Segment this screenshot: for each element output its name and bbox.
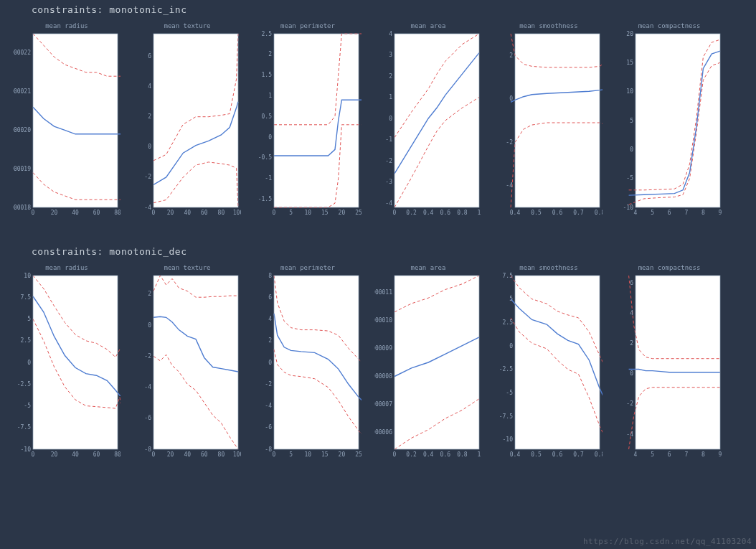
svg-text:2: 2 bbox=[268, 51, 272, 57]
svg-text:0.8: 0.8 bbox=[595, 451, 603, 458]
svg-text:-3: -3 bbox=[385, 179, 392, 185]
svg-text:0.000008: 0.000008 bbox=[374, 373, 392, 380]
svg-text:4: 4 bbox=[634, 210, 638, 216]
svg-text:5: 5 bbox=[651, 210, 654, 216]
svg-text:3: 3 bbox=[389, 52, 392, 58]
svg-text:9: 9 bbox=[719, 210, 722, 216]
svg-text:-2: -2 bbox=[144, 353, 151, 360]
svg-text:5: 5 bbox=[27, 316, 31, 322]
svg-text:15: 15 bbox=[321, 210, 329, 216]
svg-text:0: 0 bbox=[630, 146, 633, 153]
chart-svg: -10-7.5-5-2.502.557.50.40.50.60.70.8 bbox=[495, 273, 603, 459]
svg-text:8: 8 bbox=[268, 273, 272, 279]
chart-title: mean radius bbox=[45, 22, 88, 29]
svg-text:7: 7 bbox=[684, 210, 688, 216]
svg-text:80: 80 bbox=[218, 451, 225, 458]
svg-text:0: 0 bbox=[268, 134, 272, 141]
chart-panel: mean perimeter -1.5-1-0.500.511.522.5051… bbox=[254, 22, 362, 217]
svg-text:0.000020: 0.000020 bbox=[13, 127, 31, 133]
svg-text:80: 80 bbox=[218, 210, 225, 216]
svg-rect-102 bbox=[153, 276, 238, 449]
svg-text:9: 9 bbox=[719, 451, 722, 458]
chart-svg: -10-7.5-5-2.502.557.510020406080 bbox=[13, 273, 121, 459]
svg-text:0.000007: 0.000007 bbox=[374, 401, 392, 408]
svg-text:-6: -6 bbox=[144, 415, 151, 421]
svg-text:-8: -8 bbox=[144, 446, 151, 453]
svg-text:6: 6 bbox=[630, 280, 633, 286]
chart-title: mean smoothness bbox=[519, 264, 577, 271]
svg-text:2: 2 bbox=[148, 291, 151, 297]
svg-text:-2.5: -2.5 bbox=[17, 381, 31, 388]
chart-panel: mean compactness -10-505101520456789 bbox=[615, 22, 723, 217]
svg-text:2: 2 bbox=[268, 337, 272, 344]
svg-text:-6: -6 bbox=[265, 424, 272, 431]
svg-text:0.6: 0.6 bbox=[440, 210, 451, 216]
svg-text:0.000011: 0.000011 bbox=[374, 289, 392, 296]
constraint-label-inc: constraints: monotonic_inc bbox=[0, 0, 756, 15]
svg-text:0.000022: 0.000022 bbox=[13, 50, 31, 56]
svg-text:0: 0 bbox=[509, 343, 513, 349]
svg-text:10: 10 bbox=[304, 210, 311, 216]
svg-text:0.6: 0.6 bbox=[552, 451, 563, 458]
svg-rect-162 bbox=[635, 276, 720, 449]
svg-text:0.000006: 0.000006 bbox=[374, 429, 392, 436]
section-2: constraints: monotonic_dec mean radius -… bbox=[0, 242, 756, 459]
chart-svg: -4-20246456789 bbox=[615, 273, 723, 459]
chart-panel: mean texture -4-20246020406080100 bbox=[133, 22, 241, 217]
figure-page: { "sections": [ {"label":"constraints: m… bbox=[0, 0, 756, 549]
svg-text:5: 5 bbox=[651, 451, 654, 458]
svg-text:0: 0 bbox=[32, 210, 35, 216]
svg-text:2: 2 bbox=[148, 113, 151, 120]
chart-panel: mean smoothness -4-2020.40.50.60.70.8 bbox=[495, 22, 603, 217]
svg-text:-1.5: -1.5 bbox=[258, 196, 272, 202]
svg-text:0.4: 0.4 bbox=[423, 451, 434, 458]
svg-text:-2: -2 bbox=[265, 381, 272, 388]
svg-text:20: 20 bbox=[339, 210, 346, 216]
svg-rect-116 bbox=[274, 276, 359, 449]
svg-text:0.000018: 0.000018 bbox=[13, 205, 31, 211]
svg-text:-5: -5 bbox=[24, 403, 31, 409]
svg-text:20: 20 bbox=[167, 451, 174, 458]
watermark: https://blog.csdn.net/qq_41103204 bbox=[583, 537, 752, 546]
chart-svg: -8-6-4-2024680510152025 bbox=[254, 273, 362, 459]
svg-text:1.5: 1.5 bbox=[262, 72, 273, 78]
svg-text:-4: -4 bbox=[265, 403, 272, 409]
chart-svg: -1.5-1-0.500.511.522.50510152025 bbox=[254, 31, 362, 217]
chart-svg: 0.0000060.0000070.0000080.0000090.000010… bbox=[374, 273, 482, 459]
svg-text:100: 100 bbox=[233, 210, 241, 216]
svg-text:25: 25 bbox=[355, 210, 362, 216]
svg-text:5: 5 bbox=[509, 296, 513, 302]
chart-panel: mean perimeter -8-6-4-2024680510152025 bbox=[254, 264, 362, 459]
svg-rect-86 bbox=[33, 276, 118, 449]
svg-text:1: 1 bbox=[478, 210, 481, 216]
svg-text:1: 1 bbox=[268, 93, 272, 99]
svg-text:5: 5 bbox=[289, 210, 293, 216]
svg-text:0: 0 bbox=[152, 451, 156, 458]
constraint-label-dec: constraints: monotonic_dec bbox=[0, 242, 756, 257]
chart-svg: 0.0000180.0000190.0000200.0000210.000022… bbox=[13, 31, 121, 217]
svg-text:0.8: 0.8 bbox=[457, 451, 468, 458]
chart-svg: -4-20246020406080100 bbox=[133, 31, 241, 217]
chart-title: mean perimeter bbox=[280, 264, 335, 271]
svg-text:0.6: 0.6 bbox=[552, 210, 563, 216]
svg-rect-60 bbox=[515, 34, 600, 207]
svg-text:40: 40 bbox=[72, 451, 79, 458]
svg-text:100: 100 bbox=[233, 451, 241, 458]
svg-text:-8: -8 bbox=[265, 446, 272, 453]
svg-text:0: 0 bbox=[630, 370, 633, 377]
svg-text:4: 4 bbox=[389, 31, 392, 37]
svg-text:25: 25 bbox=[355, 451, 362, 458]
svg-text:-10: -10 bbox=[21, 446, 32, 453]
chart-panel: mean radius -10-7.5-5-2.502.557.51002040… bbox=[13, 264, 121, 459]
chart-panel: mean texture -8-6-4-202020406080100 bbox=[133, 264, 241, 459]
section-1: constraints: monotonic_inc mean radius 0… bbox=[0, 0, 756, 217]
chart-title: mean compactness bbox=[638, 22, 701, 29]
chart-svg: -4-3-2-10123400.20.40.60.81 bbox=[374, 31, 482, 217]
svg-text:60: 60 bbox=[201, 451, 208, 458]
chart-title: mean smoothness bbox=[519, 22, 577, 29]
svg-text:15: 15 bbox=[321, 451, 329, 458]
svg-text:20: 20 bbox=[167, 210, 174, 216]
svg-text:-5: -5 bbox=[506, 390, 513, 396]
svg-text:0.7: 0.7 bbox=[573, 451, 584, 458]
svg-text:-2: -2 bbox=[626, 400, 633, 407]
